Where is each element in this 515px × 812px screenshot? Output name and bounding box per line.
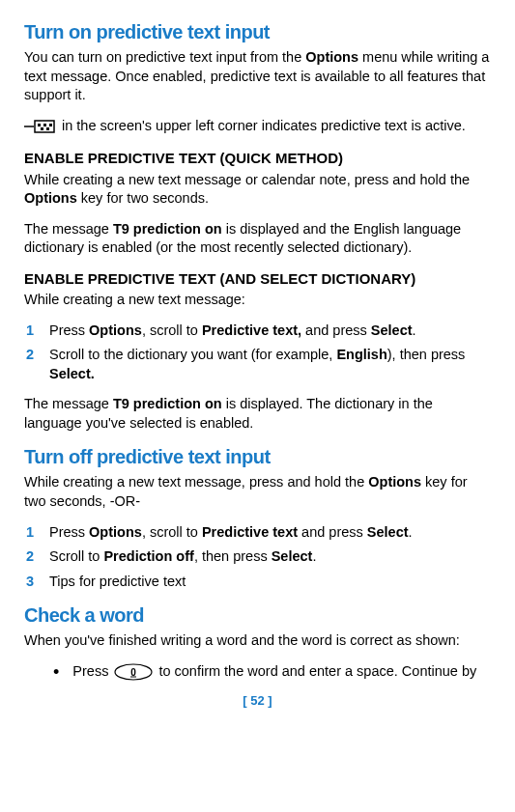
predictive-icon-line: in the screen's upper left corner indica… [24, 117, 491, 136]
text: While creating a new text message, press… [24, 474, 368, 490]
bold: Select [371, 322, 413, 338]
dict-result: The message T9 prediction on is displaye… [24, 395, 491, 433]
text: Press [49, 524, 89, 540]
text: . [409, 524, 413, 540]
text: Press [72, 662, 108, 682]
bullet-list: • Press 0 to confirm the word and enter … [53, 662, 491, 682]
bold: Predictive text, [202, 322, 301, 338]
bold-options: Options [305, 49, 358, 65]
svg-rect-4 [49, 124, 52, 126]
bold: Select [367, 524, 409, 540]
step-2: 2 Scroll to Prediction off, then press S… [26, 547, 491, 567]
step-1: 1 Press Options, scroll to Predictive te… [26, 322, 491, 341]
text: , scroll to [142, 322, 202, 338]
bold: Predictive text [202, 524, 298, 540]
text: , then press [194, 548, 272, 564]
svg-rect-3 [43, 124, 46, 126]
step-text: Scroll to Prediction off, then press Sel… [49, 547, 491, 567]
bullet-item: • Press 0 to confirm the word and enter … [53, 662, 491, 682]
bold: Options [89, 322, 142, 338]
text: . [312, 548, 316, 564]
heading-check-word: Check a word [24, 602, 491, 629]
bold-t9-on: T9 prediction on [113, 396, 222, 411]
svg-rect-6 [46, 127, 49, 130]
svg-text:0: 0 [131, 667, 137, 678]
step-number: 1 [26, 523, 40, 543]
turn-off-intro: While creating a new text message, press… [24, 473, 491, 511]
text: The message [24, 221, 113, 237]
quick-method-instruction: While creating a new text message or cal… [24, 171, 491, 209]
step-number: 1 [26, 322, 40, 341]
intro-paragraph: You can turn on predictive text input fr… [24, 48, 491, 105]
heading-turn-on: Turn on predictive text input [24, 19, 491, 45]
text: . [413, 322, 416, 338]
bold-options: Options [368, 474, 421, 490]
text: While creating a new text message or cal… [24, 172, 470, 187]
text: , scroll to [142, 524, 202, 540]
step-number: 3 [26, 573, 40, 592]
text: You can turn on predictive text input fr… [24, 49, 305, 65]
text: and press [301, 322, 371, 338]
step-1: 1 Press Options, scroll to Predictive te… [26, 523, 491, 543]
text: ), then press [387, 347, 466, 362]
bold: English [336, 347, 386, 362]
heading-turn-off: Turn off predictive text input [24, 444, 491, 470]
step-text: Press Options, scroll to Predictive text… [49, 322, 491, 341]
predictive-text-icon [24, 120, 55, 133]
text: key for two seconds. [77, 190, 209, 206]
icon-description: in the screen's upper left corner indica… [62, 117, 466, 136]
dict-intro: While creating a new text message: [24, 291, 491, 310]
bold: Options [89, 524, 142, 540]
text: to confirm the word and enter a space. C… [158, 662, 476, 682]
step-number: 2 [26, 346, 40, 383]
text: Press [49, 322, 89, 338]
heading-select-dictionary: ENABLE PREDICTIVE TEXT (AND SELECT DICTI… [24, 269, 491, 289]
step-3: 3 Tips for predictive text [26, 573, 491, 592]
page-number: [ 52 ] [24, 692, 491, 710]
step-text: Press Options, scroll to Predictive text… [49, 523, 491, 543]
bullet-dot-icon: • [53, 663, 59, 681]
step-text: Scroll to the dictionary you want (for e… [49, 346, 491, 383]
bold: Prediction off [103, 548, 193, 564]
svg-rect-5 [41, 127, 43, 130]
heading-quick-method: ENABLE PREDICTIVE TEXT (QUICK METHOD) [24, 149, 491, 168]
step-number: 2 [26, 547, 40, 567]
text: Scroll to [49, 548, 103, 564]
bold: Select [272, 548, 313, 564]
step-text: Tips for predictive text [49, 573, 491, 592]
check-word-intro: When you've finished writing a word and … [24, 631, 491, 651]
bold-options: Options [24, 190, 77, 206]
text: and press [298, 524, 367, 540]
bullet-text: Press 0 to confirm the word and enter a … [72, 662, 491, 682]
svg-rect-2 [38, 124, 41, 126]
text: The message [24, 396, 113, 411]
bold-t9-on: T9 prediction on [113, 221, 222, 237]
bold: Select. [49, 366, 95, 381]
step-2: 2 Scroll to the dictionary you want (for… [26, 346, 491, 383]
text: Scroll to the dictionary you want (for e… [49, 347, 336, 362]
quick-method-result: The message T9 prediction on is displaye… [24, 220, 491, 258]
zero-key-icon: 0 [114, 663, 153, 681]
